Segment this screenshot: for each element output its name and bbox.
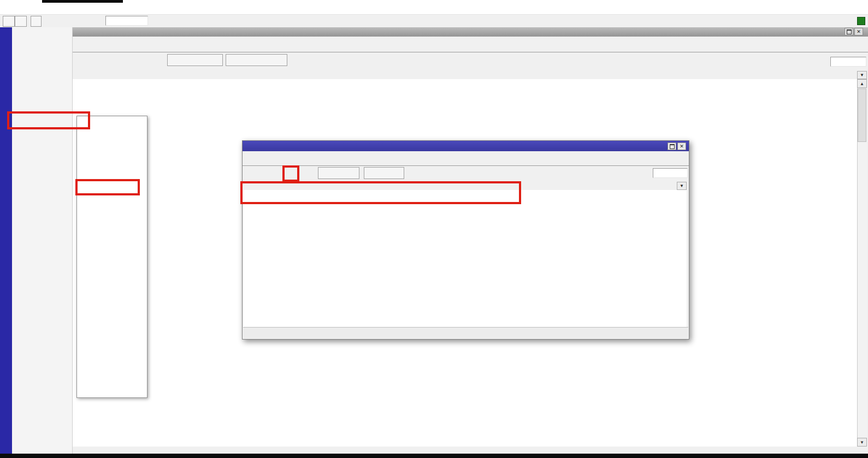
undo-button[interactable] (3, 16, 15, 27)
session-input[interactable] (105, 16, 148, 26)
dhcp-restore-icon (670, 144, 675, 149)
dhcp-table-body (243, 190, 687, 328)
queue-tabs (73, 37, 868, 52)
dhcp-close-icon[interactable]: ✕ (677, 142, 686, 150)
dhcp-config-button[interactable] (318, 167, 359, 179)
menubar (0, 0, 868, 15)
scrollbar-thumb[interactable] (858, 88, 866, 142)
dhcp-maximize-button[interactable] (668, 142, 676, 150)
brand-strip (0, 27, 12, 455)
dhcp-statusbar (243, 327, 688, 338)
dhcp-setup-button[interactable] (364, 167, 404, 179)
annotation-box-2 (75, 179, 140, 195)
scroll-up-icon[interactable]: ▲ (857, 79, 867, 88)
bottom-black-bar (0, 454, 868, 458)
main-toolbar (0, 15, 868, 28)
dhcp-dialog-title[interactable] (243, 141, 689, 151)
annotation-box-4 (282, 165, 299, 182)
annotation-box-3 (240, 181, 521, 204)
connection-status-indicator (857, 17, 865, 25)
maximize-button[interactable] (845, 28, 853, 35)
dhcp-column-dropdown-button[interactable]: ▼ (677, 182, 687, 190)
scroll-down-icon[interactable]: ▼ (857, 438, 867, 447)
column-dropdown-button[interactable]: ▼ (857, 71, 867, 79)
redo-button[interactable] (15, 16, 27, 27)
ip-submenu (76, 116, 147, 398)
dhcp-find-input[interactable] (653, 168, 688, 178)
dhcp-server-dialog: ✕ ▼ (242, 140, 689, 340)
reset-all-counters-button[interactable] (226, 54, 287, 66)
find-input[interactable] (830, 57, 866, 67)
sidebar (12, 27, 73, 455)
close-icon[interactable]: ✕ (854, 28, 863, 35)
safe-mode-button[interactable] (31, 16, 42, 27)
restore-icon (847, 29, 852, 34)
annotation-box-1 (7, 111, 90, 129)
reset-counters-button[interactable] (167, 54, 223, 66)
winbox-app: ✕ ▼ ▲ ▼ ✕ (0, 0, 868, 458)
screen-artifact (42, 0, 123, 3)
queue-window-title[interactable] (73, 27, 868, 37)
dhcp-tabs (243, 152, 689, 166)
